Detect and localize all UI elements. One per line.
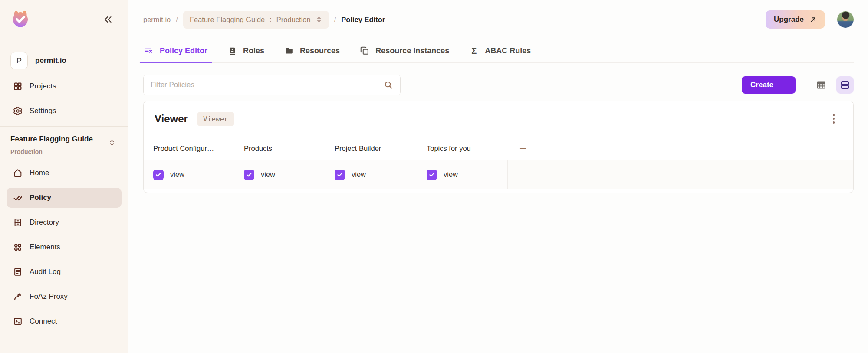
permission-cell: view [144, 160, 234, 189]
double-check-icon [13, 193, 23, 203]
column-header[interactable]: Project Builder [325, 144, 417, 153]
tab-policy-editor[interactable]: Policy Editor [143, 39, 208, 62]
filter-policies-field [143, 75, 401, 95]
column-header[interactable]: Topics for you [417, 144, 508, 153]
create-button[interactable]: Create [742, 76, 796, 94]
table-row: view view view view [144, 160, 853, 189]
table-grid-icon [815, 79, 827, 91]
tab-resources[interactable]: Resources [283, 39, 341, 62]
copy-icon [360, 46, 369, 56]
sidebar: P permit.io Projects Settings Feature Fl… [0, 0, 128, 353]
tab-roles[interactable]: Roles [227, 39, 265, 62]
kebab-menu-icon[interactable] [830, 111, 838, 126]
sidebar-item-settings[interactable]: Settings [10, 101, 118, 121]
sidebar-item-label: Connect [30, 317, 57, 326]
checked-checkbox[interactable] [427, 170, 437, 180]
arrow-up-right-icon [809, 16, 817, 23]
org-name: permit.io [35, 56, 66, 65]
checked-checkbox[interactable] [153, 170, 164, 180]
environment-name: Production [10, 148, 93, 155]
breadcrumb-separator: / [334, 16, 336, 24]
table-header-row: Product Configur… Products Project Build… [144, 137, 853, 160]
sidebar-item-foaz-proxy[interactable]: FoAz Proxy [7, 287, 122, 307]
sidebar-item-label: Audit Log [30, 268, 61, 276]
org-badge: P [10, 52, 28, 69]
permission-label: view [352, 170, 366, 179]
org-selector[interactable]: P permit.io [10, 52, 118, 69]
gear-icon [13, 106, 23, 116]
stacked-rows-icon [839, 79, 851, 91]
collapse-sidebar-icon[interactable] [103, 14, 113, 25]
breadcrumb-org[interactable]: permit.io [143, 16, 171, 24]
sidebar-item-label: Directory [30, 218, 59, 227]
tab-label: Roles [243, 46, 264, 56]
sidebar-item-projects[interactable]: Projects [10, 77, 118, 96]
chevron-updown-icon [316, 16, 322, 23]
column-header[interactable]: Products [234, 144, 325, 153]
sidebar-item-label: Home [30, 169, 49, 177]
tab-label: Resources [300, 46, 340, 56]
search-icon[interactable] [384, 80, 393, 90]
tab-abac-rules[interactable]: Σ ABAC Rules [468, 39, 532, 62]
permission-cell: view [234, 160, 325, 189]
tab-resource-instances[interactable]: Resource Instances [359, 39, 450, 62]
permission-cell: view [417, 160, 508, 189]
folder-icon [284, 46, 294, 56]
sidebar-item-audit-log[interactable]: Audit Log [7, 262, 122, 282]
document-lines-icon [13, 267, 23, 277]
sidebar-item-label: Settings [30, 107, 56, 115]
breadcrumb-project-env-selector[interactable]: Feature Flagging Guide : Production [183, 11, 329, 29]
home-icon [13, 168, 23, 178]
sidebar-item-home[interactable]: Home [7, 163, 122, 183]
sidebar-item-label: Elements [30, 243, 60, 252]
empty-cell [508, 160, 853, 189]
tab-bar: Policy Editor Roles Resources Resource I… [143, 39, 854, 63]
main-content: permit.io / Feature Flagging Guide : Pro… [128, 0, 868, 353]
project-name: Feature Flagging Guide [10, 134, 93, 144]
grid-squares-icon [13, 82, 23, 91]
upgrade-button[interactable]: Upgrade [766, 10, 825, 29]
sidebar-item-label: Projects [30, 82, 56, 91]
filter-x-icon [144, 46, 154, 56]
plus-icon [779, 81, 787, 89]
sidebar-item-label: Policy [30, 193, 51, 202]
permission-label: view [261, 170, 275, 179]
sidebar-item-directory[interactable]: Directory [7, 212, 122, 232]
upgrade-label: Upgrade [774, 15, 804, 24]
breadcrumb-page: Policy Editor [341, 16, 385, 24]
permit-logo [10, 10, 30, 29]
id-badge-icon [227, 46, 237, 56]
breadcrumb-colon: : [270, 16, 272, 24]
toolbar-divider [804, 79, 804, 91]
permission-cell: view [325, 160, 417, 189]
list-view-button[interactable] [836, 76, 854, 94]
sigma-icon: Σ [469, 46, 479, 56]
project-switcher[interactable]: Feature Flagging Guide Production [10, 134, 118, 155]
permission-label: view [444, 170, 458, 179]
sidebar-item-label: FoAz Proxy [30, 292, 68, 301]
filter-policies-input[interactable] [151, 81, 379, 89]
add-column-plus-icon[interactable] [508, 144, 527, 153]
four-circles-icon [13, 242, 23, 252]
grid-view-button[interactable] [812, 76, 830, 94]
curve-arrow-icon [13, 292, 23, 301]
column-header[interactable]: Product Configur… [144, 144, 234, 153]
checked-checkbox[interactable] [335, 170, 345, 180]
sidebar-divider [0, 126, 128, 127]
tab-label: ABAC Rules [485, 46, 531, 56]
chevron-updown-icon[interactable] [108, 139, 116, 147]
terminal-icon [13, 317, 23, 326]
role-key-badge: Viewer [197, 112, 234, 126]
checked-checkbox[interactable] [244, 170, 254, 180]
sidebar-item-elements[interactable]: Elements [7, 237, 122, 257]
breadcrumb-project: Feature Flagging Guide [190, 16, 265, 24]
user-avatar[interactable] [837, 11, 854, 28]
sidebar-item-connect[interactable]: Connect [7, 311, 122, 331]
breadcrumb: permit.io / Feature Flagging Guide : Pro… [143, 11, 385, 29]
breadcrumb-environment: Production [276, 16, 311, 24]
role-card: Viewer Viewer Product Configur… Products… [143, 101, 854, 193]
card-footer [144, 189, 853, 193]
role-title: Viewer [155, 113, 188, 125]
sidebar-item-policy[interactable]: Policy [7, 188, 122, 208]
create-label: Create [750, 81, 773, 89]
